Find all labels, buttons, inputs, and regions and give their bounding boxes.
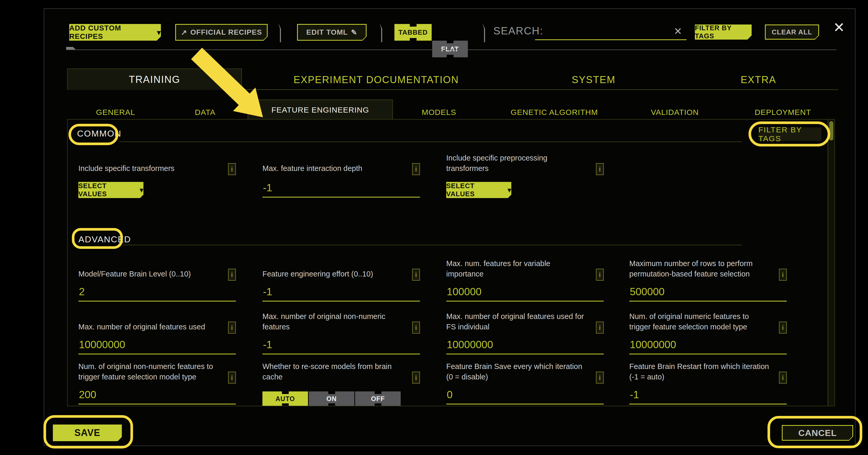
info-icon[interactable]: i [412, 269, 420, 281]
cancel-button[interactable]: CANCEL [782, 425, 853, 441]
info-icon[interactable]: i [228, 269, 236, 281]
field-label: Whether to re-score models from brain ca… [262, 361, 403, 382]
select-values-button[interactable]: SELECT VALUES ▾ [446, 182, 511, 198]
field-value-input[interactable] [629, 389, 787, 404]
select-values-button[interactable]: SELECT VALUES ▾ [79, 182, 144, 198]
segment-off[interactable]: OFF [355, 391, 401, 406]
add-custom-recipes-button[interactable]: ADD CUSTOM RECIPES ▾ [69, 24, 161, 41]
dropdown-caret-icon: ▾ [508, 186, 511, 194]
field-value-input[interactable] [629, 339, 787, 354]
segment-on[interactable]: ON [309, 391, 354, 406]
field-value-input[interactable] [446, 339, 604, 354]
info-icon[interactable]: i [596, 163, 604, 175]
field-label: Num. of original numeric features to tri… [629, 311, 770, 332]
dropdown-caret-icon: ▾ [140, 186, 144, 194]
field-value-input[interactable] [79, 286, 236, 302]
info-icon[interactable]: i [596, 372, 604, 383]
info-icon[interactable]: i [412, 372, 420, 383]
field-max-features-varimp: Max. num. features for variable importan… [446, 255, 604, 302]
field-value-input[interactable] [446, 286, 604, 302]
flat-label: FLAT [441, 45, 459, 53]
field-brain-save-iteration: Feature Brain Save every which iteration… [446, 358, 604, 404]
edit-toml-button-face: EDIT TOML ✎ [298, 25, 366, 40]
clear-all-button[interactable]: CLEAR ALL [765, 25, 819, 39]
close-dialog-icon[interactable]: ✕ [833, 19, 845, 36]
official-recipes-label: OFFICIAL RECIPES [190, 28, 262, 36]
subtab-general[interactable]: GENERAL [96, 108, 135, 117]
info-icon[interactable]: i [779, 321, 787, 334]
field-max-rows-permutation: Maximum number of rows to perform permut… [629, 255, 787, 302]
field-brain-level: Model/Feature Brain Level (0..10) i [79, 255, 236, 302]
field-label: Feature engineering effort (0..10) [262, 269, 373, 279]
info-icon[interactable]: i [412, 163, 420, 175]
tab-system[interactable]: SYSTEM [572, 74, 616, 85]
toolbar-separator [380, 23, 382, 42]
field-label: Include specific transformers [79, 163, 175, 174]
scrollbar-thumb[interactable] [829, 121, 833, 140]
search-input[interactable] [535, 25, 686, 40]
tab-extra[interactable]: EXTRA [741, 74, 776, 85]
field-include-transformers: Include specific transformers i SELECT V… [79, 149, 236, 198]
toolbar-separator [278, 23, 281, 42]
tab-experiment-documentation[interactable]: EXPERIMENT DOCUMENTATION [294, 74, 459, 85]
external-arrow-icon: ↗ [181, 28, 187, 37]
field-value-input[interactable] [79, 339, 236, 354]
edit-toml-button[interactable]: EDIT TOML ✎ [297, 24, 367, 41]
official-recipes-button[interactable]: ↗ OFFICIAL RECIPES [175, 24, 268, 41]
field-value-input[interactable] [262, 339, 420, 354]
save-button[interactable]: SAVE [53, 425, 122, 441]
subtab-feature-engineering[interactable]: FEATURE ENGINEERING [248, 99, 393, 120]
field-value-input[interactable] [446, 389, 604, 404]
rescore-segmented-control: AUTO ON OFF [262, 391, 401, 406]
section-title-common: COMMON [77, 129, 122, 139]
field-include-preprocessing-transformers: Include specific preprocessing transform… [446, 149, 604, 198]
cancel-label: CANCEL [798, 428, 837, 438]
select-values-label: SELECT VALUES [446, 182, 504, 198]
segment-auto-label: AUTO [275, 395, 295, 403]
edit-toml-label: EDIT TOML [306, 28, 348, 36]
field-label: Maximum number of rows to perform permut… [629, 258, 770, 279]
subtab-deployment[interactable]: DEPLOYMENT [755, 108, 811, 117]
subtab-genetic-algorithm[interactable]: GENETIC ALGORITHM [510, 108, 598, 117]
pencil-icon: ✎ [351, 28, 357, 37]
subtab-models[interactable]: MODELS [422, 108, 456, 117]
tab-training[interactable]: TRAINING [67, 68, 242, 90]
field-value-input[interactable] [79, 389, 236, 404]
toolbar-separator [483, 23, 485, 42]
filter-by-tags-button[interactable]: FILTER BY TAGS [695, 25, 752, 39]
field-rescore-brain-cache: Whether to re-score models from brain ca… [262, 358, 420, 406]
info-icon[interactable]: i [779, 269, 787, 281]
content-filter-by-tags-button[interactable]: FILTER BY TAGS [758, 127, 822, 141]
info-icon[interactable]: i [596, 269, 604, 281]
view-toggle-tabbed[interactable]: TABBED [395, 24, 432, 41]
subtab-data[interactable]: DATA [195, 108, 216, 117]
official-recipes-button-face: ↗ OFFICIAL RECIPES [176, 25, 267, 40]
info-icon[interactable]: i [412, 321, 420, 334]
field-brain-restart-iteration: Feature Brain Restart from which iterati… [629, 358, 787, 404]
section-divider [123, 245, 742, 245]
field-label: Num. of original non-numeric features to… [79, 361, 219, 382]
subtab-validation[interactable]: VALIDATION [651, 108, 699, 117]
segment-on-label: ON [327, 395, 337, 403]
clear-all-button-face: CLEAR ALL [766, 25, 818, 39]
field-num-numeric-trigger-fs: Num. of original numeric features to tri… [629, 308, 787, 354]
tab-training-label: TRAINING [129, 74, 180, 85]
info-icon[interactable]: i [596, 321, 604, 334]
view-toggle-flat[interactable]: FLAT [432, 41, 468, 57]
section-divider [119, 142, 742, 142]
field-label: Max. number of original non-numeric feat… [262, 311, 403, 332]
info-icon[interactable]: i [779, 372, 787, 383]
info-icon[interactable]: i [228, 321, 236, 334]
scrollbar-track[interactable] [828, 120, 834, 406]
field-num-nonnumeric-trigger-fs: Num. of original non-numeric features to… [79, 358, 236, 404]
filter-by-tags-label: FILTER BY TAGS [695, 24, 752, 40]
info-icon[interactable]: i [228, 372, 236, 383]
tabs-underline [242, 89, 838, 90]
segment-auto[interactable]: AUTO [262, 391, 308, 406]
clear-search-icon[interactable]: ✕ [674, 26, 682, 37]
field-value-input[interactable] [262, 182, 420, 198]
info-icon[interactable]: i [228, 163, 236, 175]
field-value-input[interactable] [629, 286, 787, 302]
field-value-input[interactable] [262, 286, 420, 302]
field-max-orig-fs-individual: Max. number of original features used fo… [446, 308, 604, 354]
